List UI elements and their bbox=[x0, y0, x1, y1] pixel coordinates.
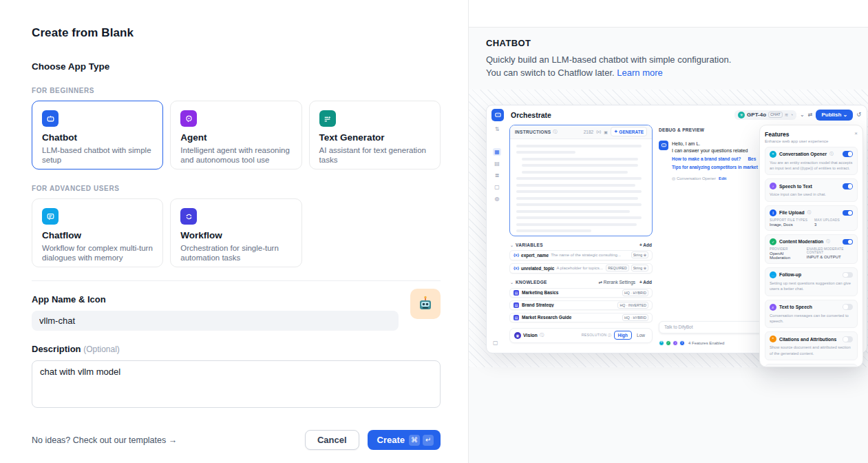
tune-icon: ⇄ bbox=[808, 112, 813, 118]
vision-label: Vision bbox=[523, 333, 538, 338]
model-name: GPT-4o bbox=[747, 112, 766, 118]
resolution-label-text: RESOLUTION bbox=[582, 333, 607, 337]
cmd-key-icon: ⌘ bbox=[409, 435, 420, 446]
variable-tag-icon: {x} bbox=[514, 266, 519, 270]
text-generator-icon bbox=[319, 110, 336, 127]
switch-icon: ⇅ bbox=[495, 126, 500, 133]
resolution-label: RESOLUTION ⓘ bbox=[582, 333, 612, 338]
preview-app-header: Orchestrate ✳ GPT-4o CHAT ≋ ◔ ⌄ ⇄ Publis… bbox=[487, 105, 867, 125]
feature-toggle bbox=[843, 210, 853, 216]
features-panel: Features × Enhance web app user experien… bbox=[759, 125, 863, 367]
feature-desc: You are an entity extraction model that … bbox=[770, 160, 853, 172]
resolution-high-option: High bbox=[614, 331, 632, 340]
feature-desc: Show source document and attributed sect… bbox=[770, 344, 853, 356]
advanced-cards-row: Chatflow Workflow for complex multi-turn… bbox=[32, 198, 441, 267]
preview-pane-title: CHATBOT bbox=[486, 38, 847, 48]
features-enabled-label: 4 Features Enabled bbox=[688, 341, 724, 345]
description-label: Description (Optional) bbox=[32, 344, 441, 354]
speech-mini-icon: ♪ bbox=[673, 340, 678, 346]
card-desc: AI assistant for text generation tasks bbox=[319, 145, 430, 165]
knowledge-row: ▤ Market Research Guide HQ · HYBRID bbox=[509, 313, 653, 322]
bot-greeting-line1: Hello, I am L. bbox=[672, 141, 758, 148]
variables-title: VARIABLES bbox=[516, 243, 543, 247]
app-type-card-chatflow[interactable]: Chatflow Workflow for complex multi-turn… bbox=[32, 198, 163, 267]
edit-link: Edit bbox=[719, 176, 726, 181]
feature-toggle bbox=[843, 336, 853, 342]
chatbot-icon bbox=[42, 110, 59, 127]
feature-name: File Upload bbox=[779, 210, 805, 215]
chevron-down-icon: ⌄ bbox=[800, 112, 805, 118]
add-knowledge-button: + Add bbox=[639, 280, 652, 285]
app-type-card-agent[interactable]: Agent Intelligent agent with reasoning a… bbox=[170, 101, 301, 169]
document-icon: ≣ bbox=[495, 172, 500, 179]
app-name-label: App Name & Icon bbox=[32, 294, 410, 305]
feature-name: Speech to Text bbox=[779, 184, 812, 189]
dataset-icon: ▤ bbox=[514, 302, 519, 308]
instructions-title: INSTRUCTIONS bbox=[515, 130, 551, 134]
feature-name: Follow-up bbox=[779, 272, 801, 277]
resolution-low-option: Low bbox=[634, 331, 648, 339]
opener-label: Conversation Opener bbox=[677, 176, 716, 181]
feature-toggle bbox=[843, 151, 853, 157]
app-type-card-text-generator[interactable]: Text Generator AI assistant for text gen… bbox=[309, 101, 441, 169]
orchestrate-tab-icon: ▦ bbox=[493, 149, 501, 156]
card-desc: Intelligent agent with reasoning and aut… bbox=[180, 145, 291, 165]
note-icon: ▢ bbox=[494, 184, 500, 191]
feature-desc: Voice input can be used in chat. bbox=[770, 192, 853, 197]
card-desc: Orchestration for single-turn automation… bbox=[180, 243, 291, 263]
copy-icon: ▣ bbox=[604, 130, 608, 134]
info-icon: ⓘ bbox=[540, 332, 544, 338]
feature-toggle bbox=[843, 239, 853, 245]
feature-toggle bbox=[843, 304, 853, 310]
bot-greeting-line2: I can answer your questions related bbox=[672, 147, 758, 155]
text-to-speech-icon: ♬ bbox=[770, 304, 776, 311]
meta-value: 3 bbox=[814, 223, 840, 227]
char-count: 2182 bbox=[584, 130, 593, 134]
feature-card-citations: ❞ Citations and Attributions Show source… bbox=[765, 331, 858, 360]
card-title: Text Generator bbox=[319, 132, 430, 143]
variable-name: expert_name bbox=[521, 253, 549, 258]
description-textarea[interactable]: chat with vllm model bbox=[32, 360, 441, 408]
speech-to-text-icon: ♪ bbox=[770, 183, 776, 189]
feature-card-conversation-opener: ❝ Conversation Opener ⓘ You are an entit… bbox=[765, 147, 858, 176]
description-label-text: Description bbox=[32, 344, 81, 354]
app-icon-picker[interactable] bbox=[410, 289, 441, 319]
cancel-button[interactable]: Cancel bbox=[305, 430, 359, 450]
knowledge-row: ▤ Brand Strategy HQ · INVERTED bbox=[509, 300, 653, 310]
create-from-blank-pane: Create from Blank Choose App Type FOR BE… bbox=[0, 0, 468, 463]
app-type-card-workflow[interactable]: Workflow Orchestration for single-turn a… bbox=[170, 198, 301, 267]
card-desc: Workflow for complex multi-turn dialogue… bbox=[42, 243, 153, 263]
suggested-question-row: How to make a brand stand out?Bes bbox=[672, 155, 758, 163]
rerank-settings-button: ⇄ Rerank Settings bbox=[598, 280, 635, 285]
feature-toggle bbox=[843, 183, 853, 189]
variable-tag-icon: {x} bbox=[514, 253, 519, 257]
chat-input-placeholder: Talk to DifyBot bbox=[664, 325, 693, 329]
add-variable-button: + Add bbox=[639, 243, 652, 247]
variable-desc: A placeholder for topics... bbox=[556, 266, 604, 270]
orchestrate-column: INSTRUCTIONS ⓘ 2182 {x} ▣ ✦GENERATE bbox=[509, 125, 653, 343]
sparkle-icon: ✦ bbox=[614, 129, 617, 134]
knowledge-name: Marketing Basics bbox=[522, 290, 620, 295]
vision-row: ◉ Vision ⓘ RESOLUTION ⓘ High Low bbox=[509, 328, 653, 343]
citations-icon: ❞ bbox=[770, 336, 776, 342]
app-type-card-chatbot[interactable]: Chatbot LLM-based chatbot with simple se… bbox=[32, 101, 163, 169]
suggested-question-row: Tips for analyzing competitors in market bbox=[672, 163, 758, 172]
knowledge-name: Market Research Guide bbox=[522, 315, 620, 320]
opener-mini-icon: ❝ bbox=[659, 340, 664, 346]
generate-label: GENERATE bbox=[619, 130, 644, 134]
card-title: Chatbot bbox=[42, 132, 153, 143]
knowledge-row: ▤ Marketing Basics HQ · HYBRID bbox=[509, 288, 653, 298]
learn-more-link[interactable]: Learn more bbox=[617, 68, 662, 78]
follow-up-icon: … bbox=[770, 271, 776, 278]
app-name-input[interactable] bbox=[32, 311, 399, 331]
feature-desc: Conversation messages can be converted t… bbox=[770, 313, 853, 325]
preview-app-icon bbox=[491, 109, 504, 121]
card-title: Chatflow bbox=[42, 230, 153, 240]
templates-link[interactable]: No ideas? Check out our templates → bbox=[32, 435, 177, 445]
create-button[interactable]: Create ⌘ ↵ bbox=[368, 430, 441, 450]
feature-card-speech-to-text: ♪ Speech to Text Voice input can be used… bbox=[765, 178, 858, 201]
model-provider-icon: ✳ bbox=[738, 112, 745, 119]
meta-label: SUPPORT FILE TYPES bbox=[770, 218, 807, 222]
variables-header: ⌄ VARIABLES + Add bbox=[510, 243, 652, 247]
meta-label: MAX UPLOADS bbox=[814, 218, 840, 222]
